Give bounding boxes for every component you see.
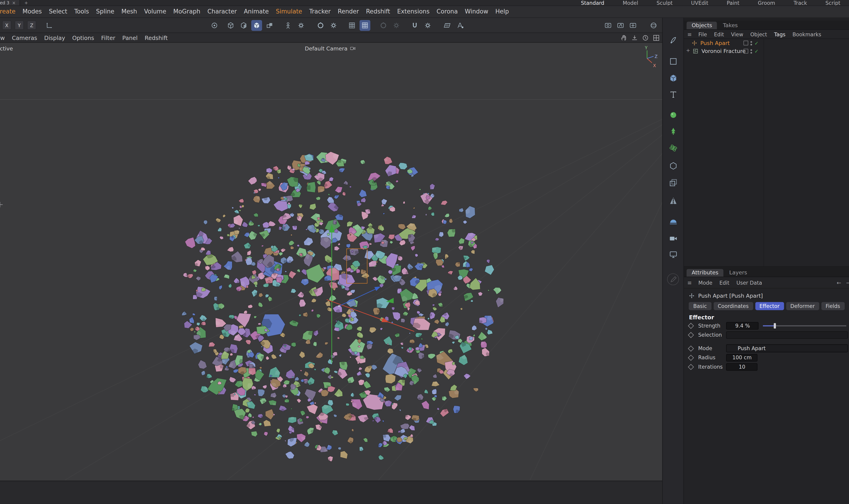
strip-camera-object-button[interactable] [667, 232, 680, 245]
objects-menu-icon[interactable]: ≡ [687, 31, 691, 37]
layer-toggle[interactable] [744, 41, 748, 46]
toolbar-render-settings-button[interactable] [628, 20, 638, 31]
layout-tab-groom[interactable]: Groom [757, 0, 776, 6]
viewport-history-button[interactable] [641, 34, 650, 42]
close-tab-button[interactable]: × [12, 0, 16, 5]
layout-tab-script[interactable]: Script [824, 0, 842, 6]
menu-item-spline[interactable]: Spline [96, 8, 114, 15]
menu-item-tracker[interactable]: Tracker [309, 8, 331, 15]
section-tab-basic[interactable]: Basic [689, 302, 711, 310]
keyframe-diamond-icon[interactable] [688, 332, 694, 338]
strip-instance-object-button[interactable] [667, 176, 680, 189]
object-name[interactable]: Push Apart [700, 40, 730, 46]
toolbar-snap-disabled-button[interactable] [378, 20, 389, 31]
toolbar-instance-mode-button[interactable] [264, 20, 275, 31]
menu-item-mesh[interactable]: Mesh [121, 8, 137, 15]
section-tab-effector[interactable]: Effector [755, 302, 784, 310]
strip-rectangle-tool-button[interactable] [667, 55, 680, 68]
strip-dynamics-object-button[interactable] [667, 141, 680, 154]
attributes-menu-mode[interactable]: Mode [698, 280, 712, 286]
toolbar-magnet-snap-button[interactable] [409, 20, 420, 31]
viewport-menu-display[interactable]: Display [44, 34, 65, 41]
objects-menu-file[interactable]: File [698, 31, 707, 37]
viewport-menu-panel[interactable]: Panel [122, 34, 138, 41]
attributes-menu-user-data[interactable]: User Data [737, 280, 762, 286]
layout-tab-uvedit[interactable]: UVEdit [690, 0, 709, 6]
section-tab-deformer[interactable]: Deformer [786, 302, 819, 310]
menu-item-render[interactable]: Render [338, 8, 359, 15]
object-name[interactable]: Voronoi Fracture [702, 48, 746, 54]
strip-symmetry-object-button[interactable] [667, 194, 680, 207]
toolbar-coordinate-system-button[interactable] [44, 20, 55, 31]
axis-gizmo[interactable]: Y Z X [636, 44, 660, 68]
viewport-minimize-view-button[interactable] [631, 34, 639, 42]
axis-lock-y-button[interactable]: Y [15, 20, 24, 30]
layout-tab-track[interactable]: Track [792, 0, 808, 6]
enabled-check-icon[interactable]: ✓ [755, 48, 759, 54]
layout-tab-model[interactable]: Model [622, 0, 639, 6]
selection-field[interactable] [726, 331, 848, 339]
viewport-view-label[interactable]: Perspective [0, 46, 13, 51]
toolbar-render-region-button[interactable] [615, 20, 626, 31]
strip-edit-lock-button[interactable] [667, 273, 679, 285]
toolbar-object-mode-button[interactable] [251, 20, 262, 31]
axis-lock-x-button[interactable]: X [2, 20, 11, 30]
strength-slider[interactable] [763, 322, 846, 329]
menu-item-create[interactable]: Create [0, 8, 16, 15]
strip-sphere-primitive-button[interactable] [667, 108, 680, 121]
strip-spline-pen-tool-button[interactable] [667, 34, 680, 47]
camera-label[interactable]: Default Camera [305, 46, 356, 51]
menu-item-help[interactable]: Help [495, 8, 509, 15]
menu-item-animate[interactable]: Animate [244, 8, 269, 15]
object-row-voronoi-fracture[interactable]: +Voronoi Fracture✓ [684, 47, 849, 55]
menu-item-window[interactable]: Window [465, 8, 488, 15]
objects-menu-bookmarks[interactable]: Bookmarks [793, 31, 821, 37]
viewport-menu-options[interactable]: Options [72, 34, 94, 41]
visibility-dots[interactable] [750, 41, 752, 45]
toolbar-axis-lock-button[interactable] [455, 20, 465, 31]
layout-tab-paint[interactable]: Paint [726, 0, 741, 6]
attributes-tab-attributes[interactable]: Attributes [687, 269, 723, 276]
layout-tab-standard[interactable]: Standard [580, 0, 605, 6]
expand-toggle[interactable]: + [686, 48, 691, 53]
objects-menu-edit[interactable]: Edit [714, 31, 724, 37]
viewport-menu-cameras[interactable]: Cameras [12, 34, 37, 41]
attributes-menu-icon[interactable]: ≡ [687, 280, 691, 286]
document-tab[interactable]: Untitled 3 × [0, 0, 20, 5]
object-manager-tree[interactable]: Push Apart✓+Voronoi Fracture✓ [684, 39, 849, 267]
menu-item-modes[interactable]: Modes [23, 8, 42, 15]
toolbar-character-tool-button[interactable] [283, 20, 294, 31]
menu-item-volume[interactable]: Volume [144, 8, 166, 15]
enabled-check-icon[interactable]: ✓ [755, 40, 759, 46]
section-tab-fields[interactable]: Fields [821, 302, 845, 310]
toolbar-material-preview-button[interactable] [648, 20, 659, 31]
objects-tab-objects[interactable]: Objects [687, 22, 717, 29]
toolbar-simulation-play-button[interactable] [209, 20, 220, 31]
toolbar-model-mode-button[interactable] [225, 20, 236, 31]
toolbar-render-view-button[interactable] [603, 20, 614, 31]
menu-item-corona[interactable]: Corona [437, 8, 458, 15]
strength-input[interactable]: 9.4 % [726, 322, 759, 329]
menu-item-simulate[interactable]: Simulate [276, 8, 302, 15]
menu-item-mograph[interactable]: MoGraph [173, 8, 200, 15]
new-tab-button[interactable]: + [24, 0, 28, 5]
section-tab-coordinates[interactable]: Coordinates [713, 302, 753, 310]
strip-display-settings-button[interactable] [667, 248, 680, 261]
objects-menu-object[interactable]: Object [750, 31, 767, 37]
attributes-menu-edit[interactable]: Edit [720, 280, 729, 286]
objects-menu-tags[interactable]: Tags [774, 31, 785, 37]
strip-volume-object-button[interactable] [667, 215, 680, 228]
mode-dropdown[interactable]: Push Apart [726, 344, 848, 353]
viewport-menu-view[interactable]: View [0, 34, 5, 41]
nav-back-button[interactable]: ← [837, 280, 841, 286]
toolbar-snap-settings-button[interactable] [391, 20, 402, 31]
keyframe-diamond-icon[interactable] [688, 355, 694, 361]
toolbar-texture-mode-button[interactable] [238, 20, 249, 31]
menu-item-character[interactable]: Character [207, 8, 237, 15]
toolbar-character-settings-button[interactable] [296, 20, 306, 31]
viewport-menu-redshift[interactable]: Redshift [145, 34, 168, 41]
menu-item-select[interactable]: Select [49, 8, 67, 15]
strip-landscape-object-button[interactable] [667, 124, 680, 138]
viewport-pan-view-button[interactable] [620, 34, 628, 42]
viewport-canvas[interactable] [0, 43, 662, 480]
